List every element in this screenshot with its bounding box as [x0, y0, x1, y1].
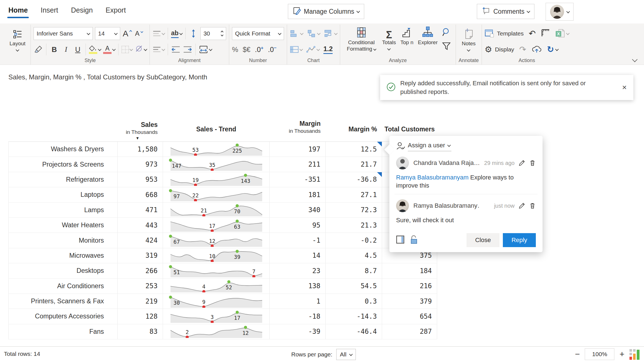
trend-cell[interactable]: 1039 [163, 248, 270, 263]
sales-cell[interactable]: 1,580 [118, 142, 163, 157]
margin-cell[interactable]: 14 [270, 248, 326, 263]
horizontal-align-button[interactable] [153, 44, 165, 55]
margin-pct-cell[interactable]: 54.5 [326, 279, 382, 294]
trend-sparkline[interactable]: 1039 [169, 249, 264, 262]
column-header-margin-pct[interactable]: Margin % [326, 126, 382, 141]
subcategory-cell[interactable]: Microwaves [9, 248, 118, 263]
margin-cell[interactable]: 23 [270, 263, 326, 278]
decimal-places-button[interactable]: 1.2 [323, 45, 333, 54]
refresh-button[interactable]: ↻ [547, 45, 558, 54]
table-view-button[interactable] [290, 44, 302, 55]
zoom-in-button[interactable]: + [619, 350, 624, 358]
margin-cell[interactable]: 211 [270, 157, 326, 172]
sales-cell[interactable]: 424 [118, 233, 163, 248]
subcategory-cell[interactable]: Fans [9, 324, 118, 339]
margin-cell[interactable]: 1 [270, 294, 326, 309]
delete-comment-icon[interactable] [529, 202, 536, 209]
margin-pct-cell[interactable]: 27.1 [326, 187, 382, 202]
decrease-decimal-button[interactable]: .0− [268, 45, 277, 54]
notes-button[interactable]: Notes [459, 25, 479, 51]
format-painter-icon[interactable] [34, 44, 43, 55]
sales-cell[interactable]: 253 [118, 279, 163, 294]
vertical-align-button[interactable] [153, 28, 165, 39]
margin-pct-cell[interactable]: -0.2 [326, 233, 382, 248]
subcategory-cell[interactable]: Printers, Scanners & Fax [9, 294, 118, 309]
trend-cell[interactable]: 2297 [163, 187, 270, 202]
comment-flag[interactable] [377, 142, 382, 146]
trend-sparkline[interactable]: 1267 [169, 234, 264, 247]
trend-sparkline[interactable]: 2297 [169, 188, 264, 201]
trend-cell[interactable]: 53225 [163, 142, 270, 157]
margin-pct-cell[interactable]: -46.4 [326, 324, 382, 339]
increase-indent-button[interactable] [183, 44, 192, 55]
zoom-level[interactable]: 100% [585, 348, 614, 360]
margin-cell[interactable]: -18 [270, 309, 326, 324]
tab-design[interactable]: Design [71, 6, 93, 18]
subcategory-cell[interactable]: Air Conditioners [9, 279, 118, 294]
display-button[interactable]: ⚙ Display [485, 44, 514, 55]
mention-link[interactable]: Ramya Balasubramanyam [396, 174, 468, 181]
sparkline-button[interactable] [306, 44, 319, 55]
subcategory-cell[interactable]: Water Heaters [9, 218, 118, 233]
manage-columns-button[interactable]: Manage Columns [288, 4, 364, 19]
side-panel-icon[interactable] [396, 235, 406, 245]
total-customers-cell[interactable]: 654 [382, 309, 437, 324]
margin-pct-cell[interactable]: 4.5 [326, 248, 382, 263]
filter-icon[interactable] [442, 42, 451, 51]
column-header-sales[interactable]: Sales in Thousands ▼ [117, 121, 163, 141]
margin-cell[interactable]: -39 [270, 324, 326, 339]
delete-comment-icon[interactable] [529, 160, 536, 166]
cloud-upload-icon[interactable] [531, 45, 542, 54]
sales-cell[interactable]: 443 [118, 218, 163, 233]
trend-sparkline[interactable]: 751 [169, 264, 264, 277]
total-customers-cell[interactable]: 216 [382, 279, 437, 294]
total-customers-cell[interactable]: 184 [382, 263, 437, 278]
percent-format-button[interactable]: % [232, 46, 238, 54]
trend-sparkline[interactable]: 452 [169, 280, 264, 292]
tab-insert[interactable]: Insert [41, 6, 58, 18]
sales-cell[interactable]: 953 [118, 172, 163, 187]
templates-button[interactable]: Templates [485, 28, 524, 39]
bold-button[interactable]: B [49, 44, 59, 55]
hierarchy-chart-button[interactable] [307, 28, 320, 39]
explorer-button[interactable]: Explorer [416, 25, 440, 46]
trend-cell[interactable]: 19143 [163, 172, 270, 187]
sales-cell[interactable]: 219 [118, 294, 163, 309]
quick-format-select[interactable]: Quick Format [232, 27, 284, 40]
search-icon[interactable] [442, 27, 451, 38]
margin-pct-cell[interactable]: 8.7 [326, 263, 382, 278]
close-button[interactable]: Close [467, 233, 499, 247]
column-header-trend[interactable]: Sales - Trend [163, 126, 270, 141]
currency-format-button[interactable]: $€ [243, 46, 250, 54]
top-n-button[interactable]: Top n [398, 25, 416, 46]
sales-cell[interactable]: 973 [118, 157, 163, 172]
margin-cell[interactable]: 181 [270, 187, 326, 202]
column-header-margin[interactable]: Margin in Thousands [270, 120, 326, 141]
undo-icon[interactable]: ↶ [529, 29, 536, 38]
trend-cell[interactable]: 452 [163, 279, 270, 294]
subcategory-cell[interactable]: Refrigerators [9, 172, 118, 187]
trend-sparkline[interactable]: 53225 [169, 143, 264, 156]
trend-sparkline[interactable]: 19143 [169, 173, 264, 186]
row-height-stepper[interactable] [221, 31, 223, 36]
margin-pct-cell[interactable]: 21.3 [326, 218, 382, 233]
rows-per-page-select[interactable]: All [336, 349, 356, 360]
trend-cell[interactable]: 2170 [163, 203, 270, 217]
underline-button[interactable]: U [73, 44, 82, 55]
bar-chart-button[interactable] [290, 28, 303, 39]
trend-cell[interactable]: 751 [163, 263, 270, 278]
sales-cell[interactable]: 266 [118, 263, 163, 278]
wrap-text-button[interactable]: ab [171, 28, 182, 39]
combo-chart-button[interactable] [324, 28, 337, 39]
margin-pct-cell[interactable]: 72.3 [326, 203, 382, 217]
layout-button[interactable]: Layout [7, 25, 28, 51]
tab-home[interactable]: Home [8, 6, 28, 18]
edit-comment-icon[interactable] [518, 160, 525, 166]
trend-cell[interactable]: 1267 [163, 233, 270, 248]
trend-cell[interactable]: 317 [163, 309, 270, 324]
totals-button[interactable]: Σ Totals [380, 25, 398, 50]
reply-button[interactable]: Reply [503, 233, 536, 247]
conditional-formatting-button[interactable]: Conditional Formatting [343, 25, 380, 52]
trend-sparkline[interactable]: 1763 [169, 219, 264, 232]
unlock-icon[interactable] [409, 235, 418, 245]
